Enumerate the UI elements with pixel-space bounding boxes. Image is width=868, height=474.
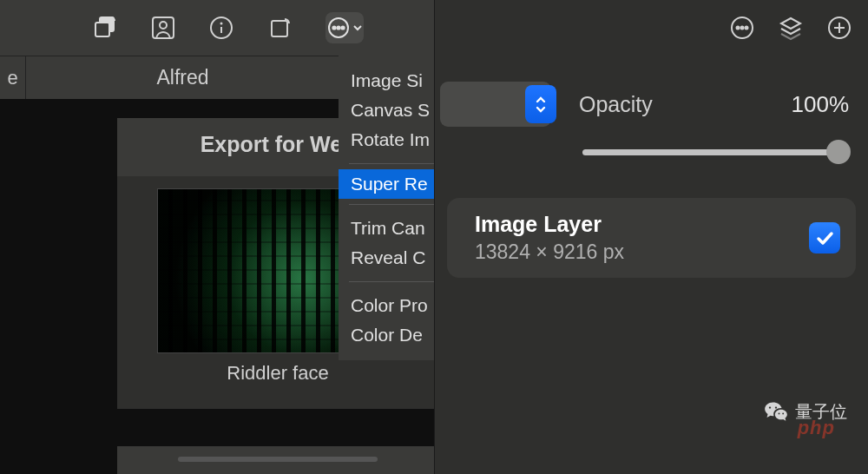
tab-alfred[interactable]: Alfred <box>26 56 340 99</box>
svg-point-14 <box>746 27 748 30</box>
thumbnail-caption: Riddler face <box>157 353 398 404</box>
layer-thumb-icon <box>463 212 468 264</box>
menu-item-reveal-canvas[interactable]: Reveal C <box>339 243 434 273</box>
checkmark-icon <box>814 227 835 248</box>
slider-track <box>582 149 849 155</box>
blend-mode-select[interactable] <box>440 82 551 127</box>
left-toolbar <box>0 0 434 56</box>
rotate-canvas-icon[interactable] <box>266 14 293 42</box>
panel-footer <box>117 446 434 474</box>
layers-stack-icon[interactable] <box>776 13 806 43</box>
opacity-value: 100% <box>792 91 850 118</box>
layer-visibility-checkbox[interactable] <box>809 222 840 253</box>
more-options-icon[interactable] <box>727 13 757 43</box>
opacity-slider[interactable] <box>582 139 849 165</box>
opacity-label: Opacity <box>579 92 767 117</box>
svg-point-12 <box>737 27 740 30</box>
layer-name: Image Layer <box>475 212 809 237</box>
menu-item-image-size[interactable]: Image Si <box>339 66 434 95</box>
opacity-row: Opacity 100% <box>435 56 868 142</box>
tab-prev-fragment[interactable]: e <box>0 56 26 99</box>
select-stepper-icon[interactable] <box>525 85 556 123</box>
php-watermark: php <box>798 417 835 439</box>
stacked-squares-icon[interactable] <box>91 14 119 42</box>
svg-rect-6 <box>272 21 287 36</box>
svg-point-10 <box>341 26 344 29</box>
right-panel: Opacity 100% Image Layer 13824 × 9216 px <box>434 0 868 474</box>
right-toolbar <box>435 0 868 56</box>
menu-item-trim-canvas[interactable]: Trim Can <box>339 214 434 243</box>
layer-item[interactable]: Image Layer 13824 × 9216 px <box>447 198 856 278</box>
menu-item-color-profile[interactable]: Color Pro <box>339 291 434 320</box>
more-menu-button[interactable] <box>326 12 364 43</box>
menu-item-canvas-size[interactable]: Canvas S <box>339 95 434 125</box>
menu-item-color-depth[interactable]: Color De <box>339 320 434 350</box>
portrait-icon[interactable] <box>149 14 177 42</box>
svg-point-5 <box>220 23 223 25</box>
chevron-down-icon <box>352 23 363 33</box>
svg-rect-1 <box>95 23 109 36</box>
slider-knob[interactable] <box>826 140 851 164</box>
svg-point-8 <box>332 26 335 29</box>
info-icon[interactable] <box>207 14 235 42</box>
add-layer-icon[interactable] <box>825 13 854 43</box>
menu-item-rotate-image[interactable]: Rotate Im <box>339 125 434 155</box>
menu-item-super-resolution[interactable]: Super Re <box>339 169 434 199</box>
svg-point-3 <box>160 22 167 29</box>
more-menu-dropdown: Image Si Canvas S Rotate Im Super Re Tri… <box>339 56 434 360</box>
left-panel: e Alfred Export for Web Riddler face Ima… <box>0 0 434 474</box>
layer-dimensions: 13824 × 9216 px <box>475 240 809 264</box>
svg-point-9 <box>337 26 339 29</box>
svg-point-13 <box>741 27 744 30</box>
